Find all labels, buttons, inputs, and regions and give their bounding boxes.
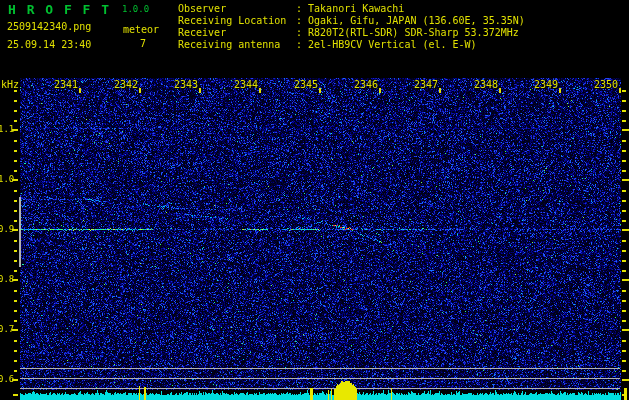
info-label: Receiver: [178, 27, 296, 38]
time-tick-label: 2346: [344, 79, 378, 90]
freq-tick-label: 0.8: [0, 274, 14, 284]
echo-count-value: 7: [140, 38, 146, 49]
info-value: Ogaki, Gifu, JAPAN (136.60E, 35.35N): [308, 15, 525, 26]
hrofft-window: H R O F F T 1.0.0 2509142340.png meteor …: [0, 0, 629, 400]
info-label: Receiving Location: [178, 15, 296, 26]
station-info-receiver: Receiver: R820T2(RTL-SDR) SDR-Sharp 53.3…: [178, 27, 519, 38]
station-info-observer: Observer: Takanori Kawachi: [178, 3, 404, 14]
output-filename: 2509142340.png: [7, 21, 91, 32]
time-tick-label: 2342: [104, 79, 138, 90]
info-value: Takanori Kawachi: [308, 3, 404, 14]
time-tick-label: 2348: [464, 79, 498, 90]
time-tick-label: 2343: [164, 79, 198, 90]
observation-mode-label: meteor: [123, 24, 159, 35]
time-tick-label: 2350: [584, 79, 618, 90]
freq-tick-label: 1.0: [0, 174, 14, 184]
freq-tick-label: 0.7: [0, 324, 14, 334]
app-title: H R O F F T: [8, 2, 111, 17]
freq-axis-unit-label: kHz: [1, 79, 19, 90]
time-tick-label: 2349: [524, 79, 558, 90]
freq-tick-label: 0.9: [0, 224, 14, 234]
info-label: Receiving antenna: [178, 39, 296, 50]
station-info-antenna: Receiving antenna: 2el-HB9CV Vertical (e…: [178, 39, 477, 50]
freq-tick-label: 1.1: [0, 124, 14, 134]
spectrogram-canvas: [0, 0, 629, 400]
time-tick-label: 2347: [404, 79, 438, 90]
app-version: 1.0.0: [122, 4, 149, 14]
observation-datetime: 25.09.14 23:40: [7, 39, 91, 50]
station-info-location: Receiving Location: Ogaki, Gifu, JAPAN (…: [178, 15, 525, 26]
time-tick-label: 2341: [44, 79, 78, 90]
freq-tick-label: 0.6: [0, 374, 14, 384]
info-label: Observer: [178, 3, 296, 14]
info-value: R820T2(RTL-SDR) SDR-Sharp 53.372MHz: [308, 27, 519, 38]
time-tick-label: 2344: [224, 79, 258, 90]
info-value: 2el-HB9CV Vertical (el. E-W): [308, 39, 477, 50]
time-tick-label: 2345: [284, 79, 318, 90]
